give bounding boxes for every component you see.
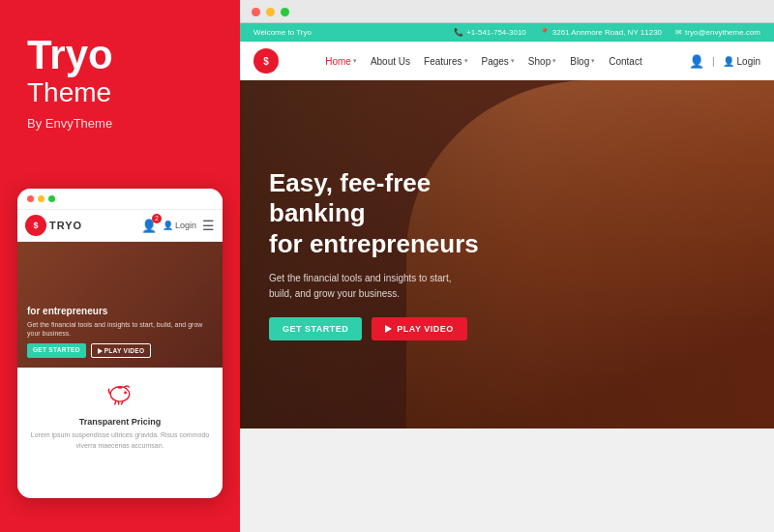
brand-subtitle: Theme (27, 77, 213, 108)
home-chevron-icon: ▾ (353, 57, 357, 65)
features-chevron-icon: ▾ (464, 57, 468, 65)
mobile-titlebar (17, 189, 223, 210)
mobile-menu-icon[interactable]: ☰ (202, 218, 215, 233)
nav-login-person-icon: 👤 (723, 56, 734, 67)
mobile-minimize-dot (38, 195, 45, 202)
nav-about[interactable]: About Us (371, 56, 410, 67)
mobile-play-icon (98, 348, 103, 354)
site-hero: Easy, fee-free banking for entrepreneurs… (240, 80, 774, 429)
browser-body: Welcome to Tryo 📞 +1-541-754-3010 📍 3261… (240, 23, 774, 526)
right-panel: Welcome to Tryo 📞 +1-541-754-3010 📍 3261… (240, 0, 774, 532)
mobile-feature-section: Transparent Pricing Lorem ipsum suspendi… (17, 368, 223, 458)
mobile-hero-subtitle: Get the financial tools and insights to … (27, 320, 213, 338)
nav-home[interactable]: Home ▾ (325, 56, 357, 67)
mobile-badge: 2 (152, 214, 162, 223)
site-topbar: Welcome to Tryo 📞 +1-541-754-3010 📍 3261… (240, 23, 774, 42)
browser-maximize-dot[interactable] (281, 8, 289, 16)
topbar-email: ✉ tryo@envytheme.com (675, 28, 760, 37)
pages-chevron-icon: ▾ (511, 57, 515, 65)
svg-rect-2 (118, 387, 122, 389)
topbar-phone: 📞 +1-541-754-3010 (454, 28, 526, 37)
play-video-button[interactable]: PLAY VIDEO (372, 317, 467, 340)
phone-icon: 📞 (454, 28, 463, 37)
hero-subtitle: Get the financial tools and insights to … (269, 271, 482, 302)
location-icon: 📍 (540, 28, 550, 37)
left-panel: Tryo Theme By EnvyTheme $ TRYO 👤 2 👤 (0, 0, 240, 532)
topbar-contact-info: 📞 +1-541-754-3010 📍 3261 Annmore Road, N… (454, 28, 760, 37)
mobile-get-started-button[interactable]: GET STARTED (27, 343, 86, 358)
mobile-close-dot (27, 195, 34, 202)
topbar-address: 📍 3261 Annmore Road, NY 11230 (540, 28, 662, 37)
mobile-feature-text: Lorem ipsum suspendisse ultrices gravida… (27, 430, 213, 451)
hero-content: Easy, fee-free banking for entrepreneurs… (240, 168, 511, 340)
piggy-bank-icon (27, 379, 213, 412)
site-logo-icon: $ (253, 48, 279, 74)
mobile-hero-title: for entrepreneurs (27, 305, 213, 317)
browser-close-dot[interactable] (252, 8, 260, 16)
svg-point-1 (124, 392, 127, 395)
site-logo[interactable]: $ (253, 48, 279, 74)
site-nav: $ Home ▾ About Us Features ▾ Pages ▾ (240, 42, 774, 80)
email-icon: ✉ (675, 28, 682, 37)
browser-titlebar (240, 0, 774, 23)
mobile-logo: $ TRYO (25, 215, 82, 236)
nav-login-button[interactable]: 👤 Login (723, 56, 760, 67)
nav-shop[interactable]: Shop ▾ (528, 56, 556, 67)
mobile-feature-title: Transparent Pricing (27, 417, 213, 427)
mobile-logo-text: TRYO (49, 220, 82, 231)
brand-title: Tryo (27, 35, 213, 75)
brand-by: By EnvyTheme (27, 116, 213, 131)
mobile-play-video-button[interactable]: PLAY VIDEO (91, 343, 152, 358)
nav-blog[interactable]: Blog ▾ (570, 56, 595, 67)
topbar-welcome: Welcome to Tryo (253, 28, 312, 37)
nav-contact[interactable]: Contact (609, 56, 641, 67)
nav-features[interactable]: Features ▾ (424, 56, 467, 67)
nav-pages[interactable]: Pages ▾ (482, 56, 515, 67)
nav-links: Home ▾ About Us Features ▾ Pages ▾ Shop … (325, 56, 642, 67)
nav-user-icon[interactable]: 👤 (689, 54, 704, 69)
mobile-maximize-dot (48, 195, 55, 202)
shop-chevron-icon: ▾ (552, 57, 556, 65)
hero-title: Easy, fee-free banking for entrepreneurs (269, 168, 482, 259)
nav-divider: | (712, 56, 715, 67)
mobile-nav-right: 👤 2 👤 Login ☰ (141, 218, 215, 233)
play-icon (385, 325, 392, 333)
mobile-topbar: $ TRYO 👤 2 👤 Login ☰ (17, 210, 223, 242)
get-started-button[interactable]: GET STARTED (269, 317, 362, 340)
mobile-login-button[interactable]: 👤 Login (163, 221, 196, 230)
mobile-hero-buttons: GET STARTED PLAY VIDEO (27, 343, 213, 358)
hero-buttons: GET STARTED PLAY VIDEO (269, 317, 482, 340)
mobile-user-icon[interactable]: 👤 2 (141, 219, 157, 233)
mobile-logo-icon: $ (25, 215, 46, 236)
mobile-hero: for entrepreneurs Get the financial tool… (17, 242, 223, 368)
mobile-mockup: $ TRYO 👤 2 👤 Login ☰ for entrepreneurs G… (17, 189, 223, 498)
blog-chevron-icon: ▾ (591, 57, 595, 65)
svg-point-0 (110, 387, 130, 401)
mobile-login-icon: 👤 (163, 221, 173, 230)
nav-right: 👤 | 👤 Login (689, 54, 760, 69)
browser-minimize-dot[interactable] (266, 8, 275, 16)
